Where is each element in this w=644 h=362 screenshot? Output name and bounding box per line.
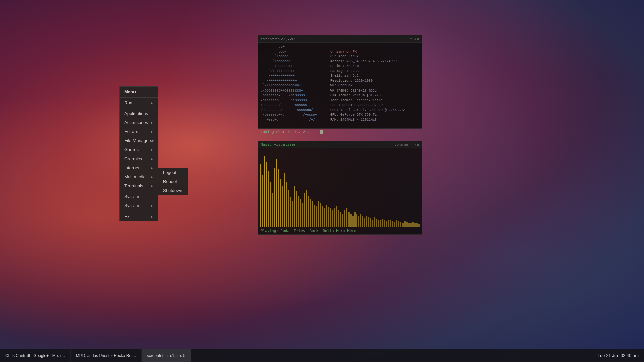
vis-bar [318, 201, 319, 227]
vis-bar [342, 214, 343, 227]
menu-item-system[interactable]: System [120, 201, 158, 210]
vis-bar [410, 223, 412, 227]
menu-item-games[interactable]: Games [120, 145, 158, 154]
vis-bar [316, 206, 317, 227]
playing-info: Playing: Judas Priest Rocka Rolla Hero H… [261, 229, 356, 233]
win-close[interactable]: ✕ [417, 37, 419, 41]
vis-bar [394, 222, 395, 227]
menu-divider-1 [120, 97, 158, 98]
music-footer: Playing: Judas Priest Rocka Rolla Hero H… [258, 227, 422, 234]
vis-bar [328, 207, 329, 227]
music-title: Music visualizer [261, 142, 394, 147]
vis-bar [322, 206, 323, 227]
vis-bar [406, 222, 408, 227]
exit-item-logout[interactable]: Logout [158, 168, 188, 177]
vis-bar [414, 223, 416, 227]
vis-bar [366, 216, 367, 227]
vis-bar [326, 205, 327, 227]
taskbar-item-mpd[interactable]: MPD: Judas Priest » Rocka Rol... [71, 349, 142, 362]
vis-bar [340, 212, 341, 227]
vis-bar [412, 222, 414, 227]
vis-bar [404, 221, 406, 227]
vis-bar [290, 197, 291, 227]
menu-item-filemanagers[interactable]: File Managers [120, 136, 158, 145]
menu-item-exit[interactable]: Exit [120, 212, 158, 221]
vis-bar [270, 182, 271, 227]
menu-item-internet[interactable]: Internet [120, 163, 158, 172]
taskbar-item-screenfetch[interactable]: screenfetch -c1,5 -s 5 [142, 349, 191, 362]
menu-item-accessories[interactable]: Accessories [120, 118, 158, 127]
vis-bar [274, 168, 275, 227]
vis-bar [286, 182, 287, 227]
menu-item-terminals[interactable]: Terminals [120, 181, 158, 190]
terminal-countdown: Taking shot in 3.. 2.. 1.. [261, 130, 320, 134]
vis-bar [312, 201, 313, 227]
vis-bar [298, 196, 299, 227]
vis-bar [294, 186, 295, 227]
menu-item-run[interactable]: Run [120, 98, 158, 107]
vis-bar [344, 210, 345, 227]
vis-bar [346, 208, 347, 227]
menu-item-graphics[interactable]: Graphics [120, 154, 158, 163]
vis-bar [370, 218, 371, 227]
vis-bar [376, 219, 377, 227]
win-minimize[interactable]: ─ [410, 37, 412, 41]
taskbar-clock: Tue 21 Jun 02:40 am [592, 353, 644, 358]
vis-bar [374, 217, 375, 227]
vis-bar [350, 214, 352, 227]
vis-bar [330, 208, 331, 227]
menu-title: Menu [120, 87, 158, 97]
vis-bar [320, 203, 321, 227]
visualizer-canvas [258, 148, 422, 227]
vis-bar [324, 208, 325, 227]
vis-bar [368, 217, 369, 227]
vis-bar [362, 216, 363, 227]
vis-bar [314, 205, 315, 227]
vis-bar [384, 220, 385, 227]
vis-bar [396, 220, 397, 227]
vis-bar [300, 199, 301, 227]
music-visualizer-window: Music visualizer Volume: n/a Playing: Ju… [258, 141, 422, 235]
vis-bar [282, 186, 283, 227]
menu-item-editors[interactable]: Editors [120, 127, 158, 136]
vis-bar [386, 221, 387, 227]
terminal-content: .o+` `ooo/ `+oooo: `+oooooo: -+oooooo+: … [258, 43, 422, 137]
vis-bar [334, 208, 335, 227]
vis-bar [400, 222, 401, 227]
taskbar: Chris Cantrell - Google+ - Mozil... MPD:… [0, 349, 644, 362]
vis-bar [296, 191, 297, 227]
vis-bar [392, 221, 393, 227]
exit-item-shutdown[interactable]: Shutdown [158, 186, 188, 195]
vis-bar [402, 223, 404, 227]
music-titlebar: Music visualizer Volume: n/a [258, 141, 422, 148]
menu-item-system-header: System [120, 192, 158, 201]
menu-item-applications[interactable]: Applications [120, 109, 158, 118]
menu-divider-4 [120, 211, 158, 211]
vis-bar [268, 171, 269, 227]
vis-bar [266, 162, 267, 227]
vis-bar [332, 210, 333, 227]
vis-bar [308, 196, 309, 227]
vis-bar [354, 212, 356, 227]
vis-bar [272, 193, 273, 227]
vis-bar [306, 190, 307, 227]
vis-bar [382, 219, 383, 227]
win-maximize[interactable]: □ [414, 37, 416, 41]
taskbar-item-browser[interactable]: Chris Cantrell - Google+ - Mozil... [0, 349, 71, 362]
vis-bar [364, 218, 365, 227]
terminal-title: screenfetch -c1,5 -s 5 [261, 37, 408, 41]
vis-bar [262, 175, 263, 227]
vis-bar [360, 214, 361, 227]
vis-bar [338, 210, 339, 227]
exit-item-reboot[interactable]: Reboot [158, 177, 188, 186]
vis-bar [288, 190, 289, 227]
vis-bar [278, 169, 279, 227]
context-menu: Menu Run Applications Accessories Editor… [119, 86, 158, 221]
vis-bar [304, 193, 305, 227]
vis-bar [380, 220, 381, 227]
vis-bar [292, 201, 293, 227]
exit-submenu: Logout Reboot Shutdown [158, 168, 188, 195]
vis-bar [336, 206, 337, 227]
vis-bar [356, 214, 358, 227]
menu-item-multimedia[interactable]: Multimedia [120, 172, 158, 181]
